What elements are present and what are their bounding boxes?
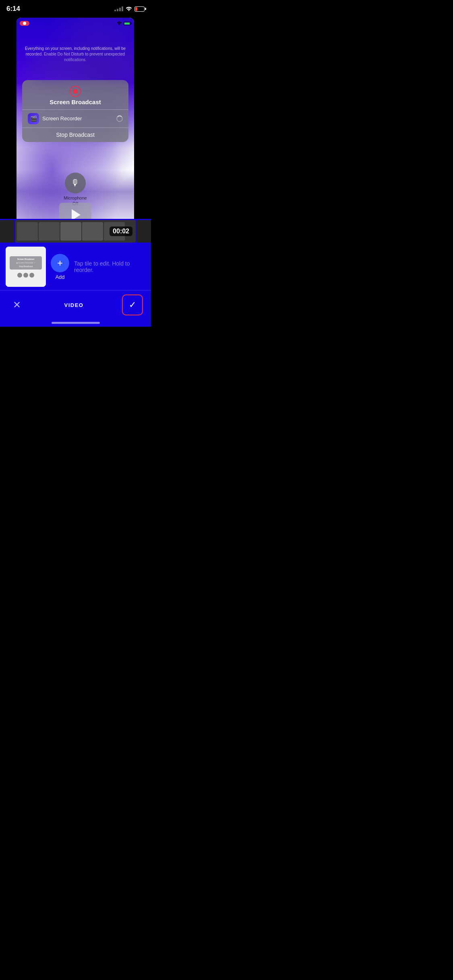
inner-wifi-icon — [117, 21, 122, 26]
microphone-area[interactable]: 🎙 Microphone Off — [17, 173, 134, 207]
timeline-cell — [39, 222, 60, 241]
home-indicator — [0, 319, 151, 327]
add-label: Add — [55, 274, 64, 280]
tap-hint: Tap tile to edit. Hold to reorder. — [74, 260, 145, 273]
close-button[interactable]: ✕ — [8, 296, 26, 314]
clip-inner-preview: Screen Broadcast ◉ Screen Recorder ✓ Sto… — [10, 256, 42, 270]
battery-icon — [134, 6, 145, 12]
dialog-title: Screen Broadcast — [22, 99, 128, 105]
add-button[interactable]: + — [51, 254, 69, 272]
timeline-strip[interactable]: 00:02 — [0, 219, 151, 243]
dialog-app-row[interactable]: 🎬 Screen Recorder — [22, 110, 128, 128]
dialog-header: Screen Broadcast — [22, 80, 128, 109]
bottom-toolbar: ✕ VIDEO ✓ — [0, 290, 151, 319]
recording-dot — [23, 22, 26, 25]
timeline-center[interactable]: 00:02 — [15, 220, 136, 243]
bottom-section: 00:02 Screen Broadcast ◉ Screen Recorder… — [0, 219, 151, 327]
broadcast-dialog[interactable]: Screen Broadcast 🎬 Screen Recorder Stop … — [22, 80, 128, 142]
record-inner-dot — [73, 89, 78, 94]
screen-recorder-app-icon: 🎬 — [28, 113, 39, 124]
timeline-timestamp: 00:02 — [110, 226, 132, 236]
add-button-area[interactable]: + Add — [51, 254, 69, 280]
microphone-icon: 🎙 — [71, 178, 80, 188]
home-indicator-bar — [52, 322, 100, 324]
wifi-icon — [126, 6, 132, 12]
inner-status-bar — [17, 18, 134, 29]
timeline-cell — [82, 222, 103, 241]
timeline-side-right — [137, 220, 151, 243]
clips-row: Screen Broadcast ◉ Screen Recorder ✓ Sto… — [0, 243, 151, 290]
screen-recorder-label: Screen Recorder — [42, 115, 82, 121]
status-bar: 6:14 — [0, 0, 151, 18]
status-time: 6:14 — [6, 5, 20, 13]
inner-battery-icon — [124, 22, 131, 25]
broadcast-screen: Everything on your screen, including not… — [17, 18, 134, 235]
clip-thumb-content: Screen Broadcast ◉ Screen Recorder ✓ Sto… — [6, 247, 46, 287]
stop-broadcast-button[interactable]: Stop Broadcast — [22, 128, 128, 142]
dialog-row-left: 🎬 Screen Recorder — [28, 113, 82, 124]
warning-text: Everything on your screen, including not… — [25, 46, 126, 63]
timeline-cell — [60, 222, 81, 241]
timeline-cell — [17, 222, 38, 241]
toolbar-title: VIDEO — [64, 302, 84, 308]
record-circle-icon — [70, 86, 81, 97]
close-icon: ✕ — [13, 299, 21, 311]
timeline-side-left — [0, 220, 14, 243]
confirm-button[interactable]: ✓ — [122, 294, 143, 315]
checkmark-icon: ✓ — [129, 300, 136, 310]
microphone-button[interactable]: 🎙 — [65, 173, 86, 194]
recording-pill — [20, 21, 29, 26]
status-icons — [114, 6, 145, 12]
loading-spinner — [116, 115, 123, 122]
signal-icon — [114, 6, 123, 11]
inner-status-right — [117, 21, 131, 26]
clip-thumbnail[interactable]: Screen Broadcast ◉ Screen Recorder ✓ Sto… — [6, 247, 46, 287]
